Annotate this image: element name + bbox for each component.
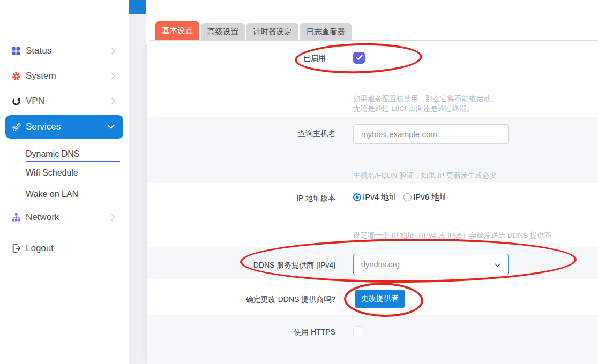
ipv6-radio-option[interactable]: IPv6 地址: [403, 192, 447, 202]
sidebar-item-status[interactable]: Status: [0, 42, 129, 60]
enabled-checkbox[interactable]: [353, 52, 365, 64]
enabled-help-text: 如果服务配置被禁用，那么它将不能被启动。 无论是通过 LuCI 页面还是通过终端…: [353, 94, 598, 113]
sidebar-item-label: VPN: [26, 96, 44, 107]
sidebar-subitem-dynamic-dns[interactable]: Dynamic DNS: [26, 147, 120, 161]
subitem-label: Dynamic DNS: [26, 149, 79, 159]
form-row-ip-version: IP 地址版本 IPv4 地址 IPv6 地址 设定哪一个 IP 地址（IPv4…: [147, 183, 598, 247]
sidebar-item-services[interactable]: Services: [5, 115, 123, 139]
ddns-provider-label: DDNS 服务提供商 [IPv4]: [147, 247, 335, 279]
globe-icon: [12, 97, 26, 106]
check-icon: [356, 53, 363, 63]
sidebar-item-label: Status: [26, 46, 51, 56]
form-row-use-https: 使用 HTTPS: [147, 315, 598, 364]
sidebar-item-logout[interactable]: Logout: [0, 239, 129, 257]
lookup-hostname-input[interactable]: [353, 124, 509, 144]
enabled-label: 已启用: [147, 41, 335, 117]
tab-timer-settings[interactable]: 计时器设定: [246, 23, 298, 40]
tab-log-viewer[interactable]: 日志查看器: [300, 23, 352, 40]
gear-icon: [12, 72, 26, 81]
form-row-ddns-provider: DDNS 服务提供商 [IPv4] dyndns.org: [147, 247, 598, 279]
network-icon: [12, 213, 26, 222]
change-provider-button[interactable]: 更改提供者: [355, 290, 405, 308]
sidebar: Status System VPN: [0, 0, 129, 364]
active-subitem-underline: [26, 161, 120, 162]
ddns-provider-select[interactable]: dyndns.org: [353, 254, 509, 275]
grid-icon: [12, 47, 26, 55]
ip-version-radio-group: IPv4 地址 IPv6 地址: [353, 192, 598, 202]
ip-version-help-text: 设定哪一个 IP 地址（IPv4 或 IPv6）会被发送给 DDNS 提供商: [353, 231, 598, 240]
ipv4-radio-option[interactable]: IPv4 地址: [353, 192, 397, 202]
form-row-lookup-hostname: 查询主机名 主机名/FQDN 验证，如果 IP 更新发生或必要: [147, 117, 598, 183]
settings-panel: 已启用 如果服务配置被禁用，那么它将不能被启动。 无论是通过 LuCI 页面还是…: [146, 40, 598, 364]
form-row-enabled: 已启用 如果服务配置被禁用，那么它将不能被启动。 无论是通过 LuCI 页面还是…: [147, 41, 598, 117]
chevron-right-icon: [111, 214, 116, 221]
sidebar-item-network[interactable]: Network: [0, 208, 129, 226]
main-content: 基本设置 高级设置 计时器设定 日志查看器 已启用 如果服务配置被禁用，那么它将…: [146, 0, 598, 364]
sidebar-item-label: Network: [26, 212, 59, 223]
tab-bar: 基本设置 高级设置 计时器设定 日志查看器: [155, 21, 352, 40]
change-provider-label: 确定更改 DDNS 提供商吗?: [147, 279, 335, 315]
subitem-label: Wake on LAN: [26, 189, 78, 199]
ip-version-label: IP 地址版本: [147, 183, 335, 247]
lookup-hostname-help-text: 主机名/FQDN 验证，如果 IP 更新发生或必要: [353, 171, 598, 180]
subitem-label: Wifi Schedule: [26, 168, 78, 178]
sidebar-subitem-wifi-schedule[interactable]: Wifi Schedule: [26, 166, 120, 180]
radio-unselected-icon: [403, 193, 412, 201]
tab-advanced-settings[interactable]: 高级设置: [201, 23, 245, 40]
ddns-provider-selected-value: dyndns.org: [361, 260, 400, 269]
tab-basic-settings[interactable]: 基本设置: [155, 21, 199, 40]
chevron-right-icon: [111, 47, 116, 55]
menu-toggle-button[interactable]: [129, 0, 146, 14]
gears-icon: [12, 122, 26, 132]
chevron-down-icon: [495, 260, 500, 269]
use-https-checkbox[interactable]: [353, 326, 363, 336]
sidebar-item-vpn[interactable]: VPN: [0, 92, 129, 110]
chevron-down-icon: [107, 125, 115, 130]
sidebar-item-label: System: [26, 71, 56, 81]
logout-icon: [12, 244, 26, 253]
sidebar-item-system[interactable]: System: [0, 67, 129, 85]
lookup-hostname-label: 查询主机名: [147, 117, 335, 183]
chevron-right-icon: [111, 72, 116, 80]
ipv6-radio-label: IPv6 地址: [413, 192, 447, 202]
sidebar-subitem-wake-on-lan[interactable]: Wake on LAN: [26, 187, 120, 201]
form-row-change-provider: 确定更改 DDNS 提供商吗? 更改提供者: [147, 279, 598, 315]
use-https-label: 使用 HTTPS: [147, 315, 335, 364]
radio-selected-icon: [353, 193, 361, 201]
ipv4-radio-label: IPv4 地址: [363, 192, 397, 202]
sidebar-item-label: Services: [26, 122, 61, 132]
sidebar-item-label: Logout: [26, 243, 54, 254]
chevron-right-icon: [111, 97, 116, 105]
